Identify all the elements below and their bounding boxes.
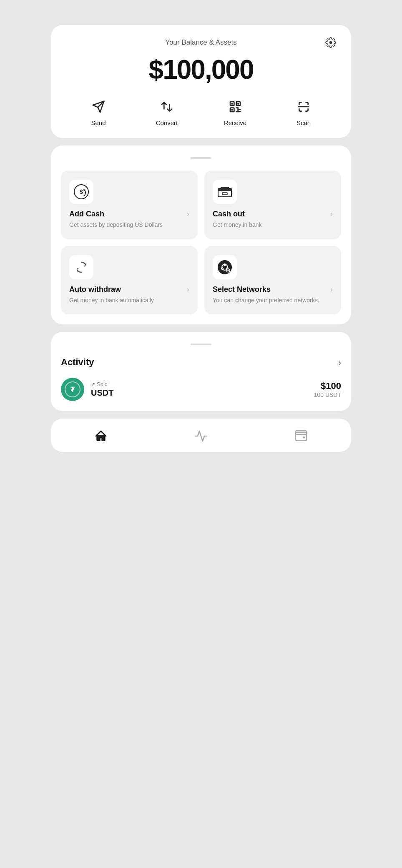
scan-label: Scan [296,119,311,126]
svg-rect-4 [237,103,239,105]
scan-icon [294,98,313,116]
nav-wallet-button[interactable] [286,426,316,446]
action-buttons: Send Convert [64,98,338,126]
activity-amounts: $100 100 USDT [314,381,341,398]
cash-out-chevron: › [330,210,333,218]
convert-label: Convert [156,119,178,126]
auto-withdraw-desc: Get money in bank automatically [69,296,189,305]
receive-button[interactable]: Receive [221,98,250,126]
token-avatar-letter: ₮ [65,381,80,397]
nav-home-button[interactable] [86,426,116,446]
activity-arrow-icon: ↗ [91,381,95,387]
svg-rect-5 [231,109,233,110]
auto-withdraw-chevron: › [187,285,189,294]
activity-token-name: USDT [91,388,113,397]
svg-point-18 [226,269,230,272]
activity-card: Activity › ₮ ↗ Sold USDT $100 100 USDT [51,332,351,411]
activity-action: ↗ Sold [91,381,307,387]
select-networks-icon-wrap [213,255,237,279]
svg-rect-11 [218,188,231,191]
auto-withdraw-icon [74,260,89,275]
balance-header: Your Balance & Assets [64,38,338,47]
svg-rect-20 [303,437,305,439]
chart-icon [194,429,208,443]
cash-out-icon [217,184,232,199]
select-networks-icon [217,260,232,275]
scan-button[interactable]: Scan [289,98,318,126]
auto-withdraw-title: Auto withdraw [69,285,121,294]
bottom-nav [51,419,351,452]
nav-activity-button[interactable] [186,426,216,446]
balance-card: Your Balance & Assets $100,000 Send [51,25,351,138]
svg-rect-10 [221,187,229,188]
cash-out-desc: Get money in bank [213,221,333,229]
svg-point-15 [224,263,226,266]
gear-icon [325,37,336,48]
add-cash-chevron: › [187,210,189,218]
wallet-icon [294,429,308,443]
features-card: $ Add Cash › Get assets by depositing US… [51,146,351,324]
activity-divider [191,344,211,345]
send-button[interactable]: Send [84,98,113,126]
balance-title: Your Balance & Assets [165,38,236,47]
activity-token-amount: 100 USDT [314,391,341,398]
auto-withdraw-icon-wrap [69,255,93,279]
send-label: Send [91,119,106,126]
select-networks-title-row: Select Networks › [213,285,333,294]
add-cash-title-row: Add Cash › [69,210,189,218]
features-divider [191,157,211,159]
activity-section-title: Activity [61,357,94,368]
svg-point-13 [218,260,232,274]
cash-out-content: Cash out › Get money in bank [213,210,333,229]
auto-withdraw-title-row: Auto withdraw › [69,285,189,294]
activity-info: ↗ Sold USDT [91,381,307,398]
select-networks-chevron: › [330,285,333,294]
select-networks-desc: You can change your preferred networks. [213,296,333,305]
activity-action-label: Sold [97,381,108,387]
select-networks-item[interactable]: Select Networks › You can change your pr… [204,246,341,315]
receive-label: Receive [224,119,246,126]
activity-usd-amount: $100 [314,381,341,391]
auto-withdraw-item[interactable]: Auto withdraw › Get money in bank automa… [61,246,198,315]
svg-rect-12 [222,193,227,195]
add-cash-item[interactable]: $ Add Cash › Get assets by depositing US… [61,171,198,239]
send-icon [89,98,108,116]
settings-button[interactable] [324,35,338,50]
add-cash-icon: $ [74,184,89,199]
auto-withdraw-content: Auto withdraw › Get money in bank automa… [69,285,189,305]
convert-icon [158,98,176,116]
activity-item[interactable]: ₮ ↗ Sold USDT $100 100 USDT [61,378,341,401]
add-cash-title: Add Cash [69,210,104,218]
cash-out-item[interactable]: Cash out › Get money in bank [204,171,341,239]
select-networks-title: Select Networks [213,285,271,294]
svg-rect-3 [231,103,233,105]
features-grid: $ Add Cash › Get assets by depositing US… [61,171,341,314]
cash-out-icon-wrap [213,180,237,204]
cash-out-title: Cash out [213,210,245,218]
balance-amount: $100,000 [64,54,338,85]
home-icon [94,429,108,443]
add-cash-icon-wrap: $ [69,180,93,204]
svg-rect-19 [296,432,307,441]
activity-header: Activity › [61,357,341,368]
phone-container: Your Balance & Assets $100,000 Send [51,25,351,452]
receive-icon [226,98,244,116]
token-avatar: ₮ [61,378,84,401]
convert-button[interactable]: Convert [152,98,181,126]
add-cash-desc: Get assets by depositing US Dollars [69,221,189,229]
svg-text:$: $ [80,188,83,195]
add-cash-content: Add Cash › Get assets by depositing US D… [69,210,189,229]
activity-more-button[interactable]: › [338,358,341,367]
select-networks-content: Select Networks › You can change your pr… [213,285,333,305]
cash-out-title-row: Cash out › [213,210,333,218]
